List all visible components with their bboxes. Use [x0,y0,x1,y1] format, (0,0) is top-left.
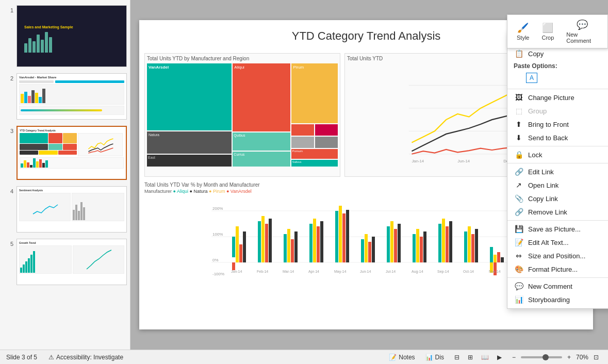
bring-to-front-label: Bring to Front [528,121,569,128]
normal-view-button[interactable]: ⊟ [451,353,463,362]
group-label: Group [528,107,547,115]
slide-number-1: 1 [3,7,13,13]
slideshow-button[interactable]: ▶ [494,353,505,362]
status-right: 📝 Notes 📊 Dis ⊟ ⊞ 📖 ▶ − + [386,353,602,362]
save-as-picture-menu-item[interactable]: 💾 Save as Picture... [507,222,608,236]
group-menu-item[interactable]: ⬚ Group ▶ [507,104,608,118]
slide-number-3: 3 [3,128,13,134]
crop-label: Crop [541,35,554,41]
remove-link-menu-item[interactable]: 🔗 Remove Link [507,205,608,219]
slide-item-3[interactable]: 3 YTD Category Trend Analysis [2,125,128,181]
format-picture-menu-item[interactable]: 🎨 Format Picture... [507,262,608,276]
slide-item-1[interactable]: 1 Sales and Marketing Sample [2,4,128,68]
svg-rect-34 [339,206,342,262]
slide-item-4[interactable]: 4 Sentiment Analysis [2,185,128,234]
notes-button[interactable]: 📝 Notes [386,353,418,362]
notes-icon: 📝 [389,354,397,361]
save-as-picture-label: Save as Picture... [528,225,581,233]
svg-text:Oct-14: Oct-14 [463,270,474,273]
svg-text:200%: 200% [212,206,223,211]
copy-menu-item[interactable]: 📋 Copy [507,47,608,60]
reading-view-button[interactable]: 📖 [478,353,492,362]
slide1-title-text: Sales and Marketing Sample [21,10,122,30]
change-picture-label: Change Picture [528,94,574,102]
lock-menu-item[interactable]: 🔒 Lock [507,148,608,161]
open-link-menu-item[interactable]: ↗ Open Link [507,178,608,192]
currus-block: Currus [233,152,290,167]
slide-info: Slide 3 of 5 [6,354,37,361]
send-to-back-menu-item[interactable]: ⬇ Send to Back ▶ [507,131,608,144]
edit-link-menu-item[interactable]: 🔗 Edit Link [507,165,608,178]
slide1-chart [21,30,122,55]
slide-thumb-5[interactable]: Growth Trend [17,239,127,285]
change-picture-menu-item[interactable]: 🖼 Change Picture ▶ [507,91,608,104]
slide-item-2[interactable]: 2 VanArsdel - Market Share [2,72,128,121]
svg-text:100%: 100% [212,232,223,237]
slide2-label: VanArsdel - Market Share [19,76,124,79]
slide5-label: Growth Trend [19,241,124,244]
svg-rect-42 [390,221,393,262]
svg-rect-30 [313,219,316,262]
slide-thumb-2[interactable]: VanArsdel - Market Share [17,73,127,120]
bring-to-front-menu-item[interactable]: ⬆ Bring to Front ▶ [507,118,608,131]
crop-button[interactable]: ⬜ Crop [536,20,559,43]
separator-1 [507,89,608,89]
svg-text:Jun-14: Jun-14 [457,159,470,163]
copy-link-menu-item[interactable]: 📎 Copy Link [507,192,608,205]
svg-text:Apr-14: Apr-14 [308,270,319,274]
copy-icon: 📋 [514,49,524,58]
size-position-icon: ⇔ [514,252,524,260]
slide-thumb-3[interactable]: YTD Category Trend Analysis [17,126,127,180]
zoom-controls: − + 70% ⊡ [509,353,602,362]
edit-alt-text-label: Edit Alt Text... [528,239,569,246]
new-comment-icon: 💬 [514,282,524,290]
svg-rect-40 [372,237,375,262]
size-position-menu-item[interactable]: ⇔ Size and Position... [507,249,608,262]
slide-sorter-button[interactable]: ⊞ [465,353,476,362]
zoom-thumb[interactable] [543,354,549,360]
zoom-out-button[interactable]: − [509,353,519,362]
format-picture-label: Format Picture... [528,266,578,273]
svg-text:Jan-14: Jan-14 [412,159,424,163]
svg-rect-19 [239,244,242,262]
slide-thumb-4[interactable]: Sentiment Analysis [17,186,127,233]
style-icon: 🖌️ [517,22,529,34]
zoom-in-button[interactable]: + [564,353,574,362]
status-bar: Slide 3 of 5 ⚠ Accessibility: Investigat… [0,350,608,364]
new-comment-float-button[interactable]: 💬 New Comment [561,17,603,46]
storyboarding-menu-item[interactable]: 📊 Storyboarding ▶ [507,293,608,306]
zoom-slider-area[interactable] [521,356,562,358]
size-position-label: Size and Position... [528,252,585,260]
open-link-label: Open Link [528,181,558,189]
change-picture-icon: 🖼 [514,93,524,102]
new-comment-menu-item[interactable]: 💬 New Comment [507,279,608,293]
svg-rect-63 [494,262,497,275]
separator-5 [507,277,608,278]
slide4-label: Sentiment Analysis [19,189,124,192]
edit-alt-text-menu-item[interactable]: 📝 Edit Alt Text... [507,236,608,249]
fit-slide-button[interactable]: ⊡ [590,353,602,362]
svg-rect-51 [446,226,449,262]
paste-icon-box[interactable]: A [526,73,537,83]
svg-rect-22 [261,216,265,262]
svg-rect-47 [420,237,423,262]
salvus-block: Salvus [291,160,338,167]
slide-item-5[interactable]: 5 Growth Trend [2,238,128,286]
style-button[interactable]: 🖌️ Style [512,20,534,43]
remove-link-label: Remove Link [528,208,567,216]
accessibility-btn[interactable]: ⚠ Accessibility: Investigate [45,353,126,362]
svg-rect-29 [309,224,313,262]
svg-rect-41 [387,226,390,262]
view-controls: ⊟ ⊞ 📖 ▶ [451,353,505,362]
bring-front-icon: ⬆ [514,120,524,128]
separator-2 [507,146,608,146]
context-menu: ✂ Cut 📋 Copy Paste Options: A [507,31,608,309]
comment-icon: 💬 [577,19,588,30]
zoom-slider[interactable] [521,356,562,358]
lock-icon: 🔒 [514,151,524,159]
svg-rect-31 [317,226,320,262]
svg-rect-44 [398,224,401,262]
slide-thumb-1[interactable]: Sales and Marketing Sample [17,5,127,67]
svg-text:Aug-14: Aug-14 [412,270,423,274]
display-button[interactable]: 📊 Dis [422,353,447,362]
